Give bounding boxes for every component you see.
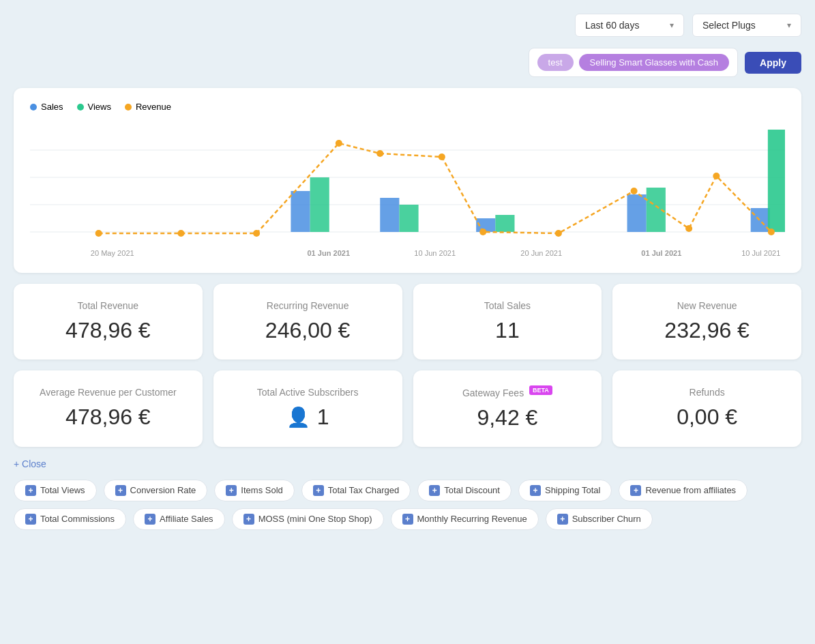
svg-text:01 Jul 2021: 01 Jul 2021: [641, 249, 681, 257]
legend-views-label: Views: [88, 102, 111, 112]
select-plugs-label: Select Plugs: [702, 20, 756, 31]
svg-text:20 May 2021: 20 May 2021: [91, 249, 134, 257]
svg-rect-5: [380, 198, 399, 232]
plus-icon: +: [630, 485, 641, 496]
svg-point-14: [95, 230, 102, 237]
svg-point-19: [439, 153, 445, 160]
chip-items-sold[interactable]: + Items Sold: [214, 480, 294, 501]
svg-point-23: [685, 225, 692, 232]
svg-point-22: [631, 188, 638, 194]
chip-items-sold-label: Items Sold: [241, 485, 282, 495]
plus-icon: +: [313, 485, 324, 496]
plug-tag-smart-glasses[interactable]: Selling Smart Glasses with Cash: [579, 54, 730, 71]
svg-point-25: [768, 229, 775, 235]
chip-monthly-recurring-revenue-label: Monthly Recurring Revenue: [417, 514, 527, 524]
metric-total-sales: Total Sales 11: [413, 284, 602, 360]
chip-subscriber-churn-label: Subscriber Churn: [572, 514, 641, 524]
svg-rect-13: [768, 130, 785, 232]
chart-card: Sales Views Revenue: [14, 88, 801, 273]
chip-total-discount-label: Total Discount: [444, 485, 500, 495]
metrics-grid-row1: Total Revenue 478,96 € Recurring Revenue…: [14, 284, 801, 360]
metric-gateway-fees: Gateway Fees BETA 9,42 €: [413, 370, 602, 447]
svg-rect-7: [627, 194, 647, 232]
svg-point-24: [713, 173, 720, 179]
metric-recurring-revenue: Recurring Revenue 246,00 €: [213, 284, 402, 360]
chip-shipping-total[interactable]: + Shipping Total: [518, 480, 612, 501]
chip-total-tax-charged[interactable]: + Total Tax Charged: [301, 480, 411, 501]
metric-recurring-revenue-label: Recurring Revenue: [227, 300, 389, 311]
metric-total-subscribers: Total Active Subscribers 👤 1: [213, 370, 402, 447]
plug-tags-container: test Selling Smart Glasses with Cash: [529, 48, 739, 77]
svg-text:20 Jun 2021: 20 Jun 2021: [520, 249, 562, 257]
close-link[interactable]: + Close: [14, 458, 46, 469]
plug-selector-row: test Selling Smart Glasses with Cash App…: [14, 48, 801, 77]
svg-rect-10: [399, 205, 418, 232]
svg-text:10 Jun 2021: 10 Jun 2021: [414, 249, 456, 257]
chart-legend: Sales Views Revenue: [30, 102, 785, 112]
legend-revenue: Revenue: [125, 102, 171, 112]
svg-rect-11: [495, 215, 514, 232]
svg-point-15: [177, 230, 184, 237]
chip-total-commissions[interactable]: + Total Commissions: [14, 508, 126, 530]
metric-refunds: Refunds 0,00 €: [612, 370, 801, 447]
plus-icon: +: [226, 485, 237, 496]
chip-conversion-rate-label: Conversion Rate: [130, 485, 196, 495]
svg-text:01 Jun 2021: 01 Jun 2021: [307, 249, 350, 257]
svg-point-18: [376, 150, 383, 157]
metric-refunds-value: 0,00 €: [626, 405, 788, 430]
metric-recurring-revenue-value: 246,00 €: [227, 318, 389, 343]
plus-icon: +: [145, 514, 155, 525]
date-range-label: Last 60 days: [585, 20, 639, 31]
chevron-down-icon: ▾: [787, 20, 791, 30]
chip-subscriber-churn[interactable]: + Subscriber Churn: [546, 508, 653, 530]
svg-point-16: [253, 230, 260, 237]
svg-text:10 Jul 2021: 10 Jul 2021: [741, 249, 780, 257]
chip-conversion-rate[interactable]: + Conversion Rate: [104, 480, 208, 501]
chip-total-views[interactable]: + Total Views: [14, 480, 97, 501]
sales-dot: [30, 104, 37, 111]
metric-new-revenue-value: 232,96 €: [626, 318, 788, 343]
legend-sales-label: Sales: [41, 102, 63, 112]
metric-avg-revenue-label: Average Revenue per Customer: [27, 387, 189, 398]
chip-shipping-total-label: Shipping Total: [545, 485, 600, 495]
apply-button[interactable]: Apply: [745, 52, 801, 74]
chip-total-commissions-label: Total Commissions: [40, 514, 115, 524]
metric-total-sales-label: Total Sales: [427, 300, 589, 311]
chip-revenue-from-affiliates[interactable]: + Revenue from affiliates: [619, 480, 747, 501]
close-section: + Close: [14, 458, 801, 470]
chip-total-tax-charged-label: Total Tax Charged: [328, 485, 400, 495]
revenue-dot: [125, 104, 132, 111]
plus-icon: +: [243, 514, 254, 525]
plus-icon: +: [115, 485, 126, 496]
metric-new-revenue-label: New Revenue: [626, 300, 788, 311]
user-icon: 👤: [286, 406, 310, 428]
date-range-dropdown[interactable]: Last 60 days ▾: [575, 14, 684, 37]
chip-total-discount[interactable]: + Total Discount: [417, 480, 512, 501]
plus-icon: +: [557, 514, 568, 525]
svg-rect-4: [291, 191, 310, 232]
svg-point-20: [479, 229, 486, 235]
beta-badge: BETA: [529, 385, 552, 395]
svg-point-21: [555, 230, 562, 237]
plus-icon: +: [530, 485, 541, 496]
legend-revenue-label: Revenue: [136, 102, 171, 112]
chip-affiliate-sales[interactable]: + Affiliate Sales: [133, 508, 225, 530]
metric-total-subscribers-value: 👤 1: [227, 405, 389, 430]
metric-total-revenue: Total Revenue 478,96 €: [14, 284, 203, 360]
metric-gateway-fees-label: Gateway Fees BETA: [427, 387, 589, 398]
chip-moss[interactable]: + MOSS (mini One Stop Shop): [232, 508, 384, 530]
chart-svg: 20 May 2021 01 Jun 2021 10 Jun 2021 20 J…: [30, 123, 785, 259]
views-dot: [77, 104, 84, 111]
metric-gateway-fees-value: 9,42 €: [427, 405, 589, 430]
chart-area: 20 May 2021 01 Jun 2021 10 Jun 2021 20 J…: [30, 123, 785, 259]
subscribers-count: 1: [317, 405, 329, 430]
metric-total-revenue-label: Total Revenue: [27, 300, 189, 311]
plus-icon: +: [25, 485, 36, 496]
plug-tag-test[interactable]: test: [537, 54, 574, 71]
svg-rect-9: [310, 177, 329, 232]
top-bar: Last 60 days ▾ Select Plugs ▾: [14, 14, 801, 37]
chip-monthly-recurring-revenue[interactable]: + Monthly Recurring Revenue: [391, 508, 539, 530]
svg-point-17: [336, 140, 342, 147]
select-plugs-dropdown[interactable]: Select Plugs ▾: [692, 14, 801, 37]
plus-icon: +: [25, 514, 36, 525]
